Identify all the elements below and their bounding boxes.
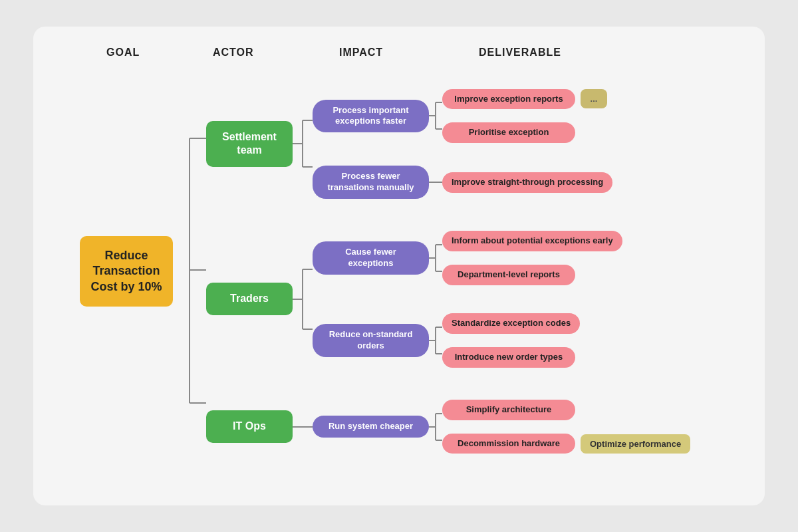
deliverable-box-s2-1: Improve straight-through processing (442, 172, 612, 193)
actor-box-settlement: Settlement team (206, 121, 293, 168)
goal-label: Reduce Transaction Cost by 10% (90, 249, 162, 293)
settlement-impact-1-deliverables: Improve exception reports ... Prioritise… (442, 89, 607, 144)
col-header-impact: IMPACT (339, 47, 479, 59)
itops-impact-1-row: Run system cheaper Simplify architectu (313, 400, 690, 454)
impact-box-settlement-1: Process important exceptions faster (313, 100, 429, 133)
traders-impacts: Cause fewer exceptions Inform about po (313, 231, 622, 368)
traders-impact-2-deliverables: Standardize exception codes Introduce ne… (442, 313, 580, 368)
actor-row-settlement: Settlement team Process important except… (206, 89, 690, 200)
s1-to-deliverables (429, 96, 442, 136)
settlement-impact-1-row: Process important exceptions faster (313, 89, 612, 144)
traders-impact-1-row: Cause fewer exceptions Inform about po (313, 231, 622, 285)
traders-impact-2-row: Reduce on-standard orders Standardize (313, 313, 622, 368)
actor-row-itops: IT Ops Run system cheaper (206, 400, 690, 454)
deliverable-row: Prioritise exception (442, 122, 607, 143)
deliverable-row: Department-level reports (442, 265, 622, 285)
traders-impact-1-deliverables: Inform about potential exceptions early … (442, 231, 622, 285)
itops-impact-1-deliverables: Simplify architecture Decommission hardw… (442, 400, 690, 454)
actor-row-traders: Traders Cause fewer exceptions (206, 231, 690, 368)
t1-to-deliverables (429, 238, 442, 278)
deliverable-row: Standardize exception codes (442, 313, 580, 334)
col-header-actor: ACTOR (213, 47, 339, 59)
col-header-goal: GOAL (106, 47, 213, 59)
settlement-impact-2-row: Process fewer transations manually Impro… (313, 166, 612, 199)
deliverable-box-t1-2: Department-level reports (442, 265, 575, 285)
deliverable-box-s1-2: Prioritise exception (442, 122, 575, 143)
deliverable-row: Decommission hardware Optimize performan… (442, 434, 690, 454)
impact-box-traders-2: Reduce on-standard orders (313, 324, 429, 357)
s2-to-deliverables (429, 172, 442, 192)
header-row: GOAL ACTOR IMPACT DELIVERABLE (53, 47, 745, 59)
col-header-deliverable: DELIVERABLE (479, 47, 678, 59)
goal-box: Reduce Transaction Cost by 10% (80, 236, 173, 307)
deliverable-box-t1-1: Inform about potential exceptions early (442, 231, 622, 251)
actors-section: Settlement team Process important except… (206, 89, 690, 454)
diagram-container: GOAL ACTOR IMPACT DELIVERABLE Reduce Tra… (33, 27, 765, 505)
deliverable-row: Introduce new order types (442, 347, 580, 368)
deliverable-row: Improve straight-through processing (442, 172, 612, 193)
goal-to-actors-connector (173, 85, 206, 458)
deliverable-row: Inform about potential exceptions early (442, 231, 622, 251)
deliverable-row: Simplify architecture (442, 400, 690, 420)
deliverable-box-i1-1: Simplify architecture (442, 400, 575, 420)
impact-box-traders-1: Cause fewer exceptions (313, 241, 429, 275)
extra-box-dots: ... (581, 89, 607, 108)
deliverable-row: Improve exception reports ... (442, 89, 607, 110)
settlement-impact-2-deliverables: Improve straight-through processing (442, 172, 612, 193)
t2-to-deliverables (429, 321, 442, 360)
itops-impacts: Run system cheaper Simplify architectu (313, 400, 690, 454)
actor-box-traders: Traders (206, 283, 293, 315)
deliverable-box-t2-2: Introduce new order types (442, 347, 575, 368)
spacer-2 (206, 368, 690, 400)
settlement-impacts: Process important exceptions faster (313, 89, 612, 200)
actor-box-itops: IT Ops (206, 410, 293, 443)
extra-box-optimize: Optimize performance (581, 434, 690, 454)
spacer-1 (206, 199, 690, 231)
i1-to-deliverables (429, 407, 442, 447)
deliverable-box-i1-2: Decommission hardware (442, 434, 575, 454)
traders-to-impacts (293, 253, 313, 346)
deliverable-box-s1-1: Improve exception reports (442, 89, 575, 110)
itops-to-impacts (293, 410, 313, 444)
impact-box-settlement-2: Process fewer transations manually (313, 166, 429, 199)
deliverable-box-t2-1: Standardize exception codes (442, 313, 580, 334)
impact-box-itops-1: Run system cheaper (313, 416, 429, 438)
settlement-to-impacts (293, 104, 313, 184)
